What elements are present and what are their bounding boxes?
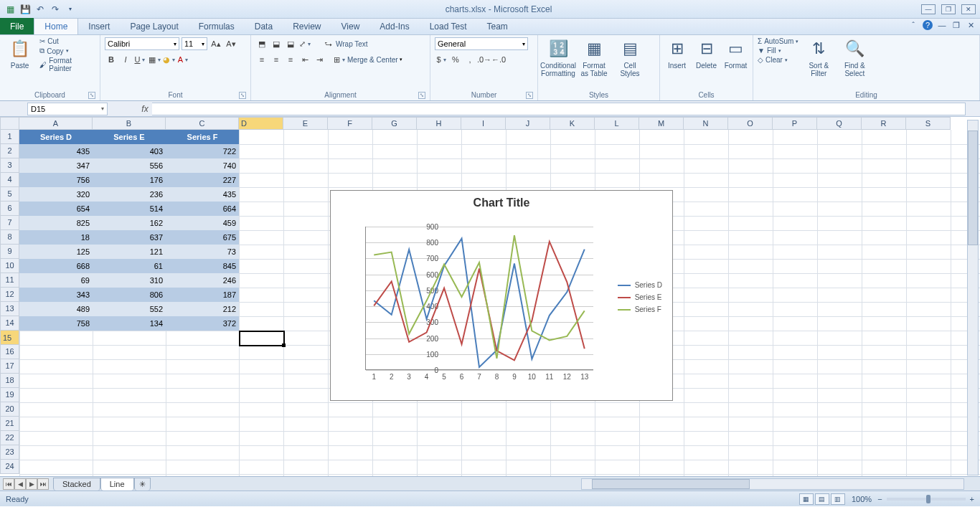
percent-format-icon[interactable]: % xyxy=(449,53,462,66)
redo-icon[interactable]: ↷ xyxy=(50,4,61,15)
increase-font-icon[interactable]: A▴ xyxy=(209,37,222,50)
column-header-H[interactable]: H xyxy=(417,117,461,130)
undo-icon[interactable]: ↶ xyxy=(34,4,46,15)
insert-cells-button[interactable]: ⊞Insert xyxy=(664,37,689,70)
row-header-9[interactable]: 9 xyxy=(0,245,19,259)
tab-team[interactable]: Team xyxy=(476,18,517,34)
cell[interactable]: 654 xyxy=(19,202,93,216)
sheet-nav-next-icon[interactable]: ▶ xyxy=(26,478,37,490)
cell[interactable]: 134 xyxy=(93,316,166,331)
cell[interactable]: 61 xyxy=(93,259,166,273)
row-header-5[interactable]: 5 xyxy=(0,187,19,202)
zoom-out-button[interactable]: − xyxy=(877,495,882,503)
row-header-13[interactable]: 13 xyxy=(0,302,19,316)
row-header-23[interactable]: 23 xyxy=(0,445,19,460)
doc-close-icon[interactable]: ✕ xyxy=(966,20,976,30)
autosum-button[interactable]: ΣAutoSum▾ xyxy=(758,37,798,45)
row-header-22[interactable]: 22 xyxy=(0,431,19,445)
column-header-C[interactable]: C xyxy=(166,117,239,130)
column-header-S[interactable]: S xyxy=(906,117,951,130)
normal-view-button[interactable]: ▦ xyxy=(799,493,814,505)
cell[interactable]: 236 xyxy=(93,187,166,202)
horizontal-scrollbar[interactable] xyxy=(581,478,964,490)
cell[interactable]: 845 xyxy=(166,259,239,273)
embedded-chart[interactable]: Chart Title 0100200300400500600700800900… xyxy=(330,190,673,401)
cell[interactable]: 246 xyxy=(166,273,239,288)
cell[interactable]: 227 xyxy=(166,173,239,187)
row-header-6[interactable]: 6 xyxy=(0,202,19,216)
cell[interactable]: 73 xyxy=(166,245,239,259)
restore-button[interactable]: ❐ xyxy=(941,4,956,14)
cell[interactable]: 435 xyxy=(166,187,239,202)
close-button[interactable]: ✕ xyxy=(961,4,976,14)
comma-format-icon[interactable]: , xyxy=(463,53,476,66)
alignment-dialog-icon[interactable]: ⤡ xyxy=(418,92,425,99)
sheet-nav-last-icon[interactable]: ⏭ xyxy=(37,478,49,490)
name-box[interactable]: D15▾ xyxy=(27,103,108,115)
format-cells-button[interactable]: ▭Format xyxy=(723,37,748,70)
tab-home[interactable]: Home xyxy=(34,18,78,34)
row-header-24[interactable]: 24 xyxy=(0,460,19,474)
tab-view[interactable]: View xyxy=(331,18,370,34)
row-header-2[interactable]: 2 xyxy=(0,144,19,158)
cell[interactable]: 320 xyxy=(19,187,93,202)
help-icon[interactable]: ? xyxy=(923,20,933,30)
row-header-8[interactable]: 8 xyxy=(0,230,19,245)
decrease-font-icon[interactable]: A▾ xyxy=(225,37,237,50)
column-header-R[interactable]: R xyxy=(862,117,906,130)
tab-addins[interactable]: Add-Ins xyxy=(369,18,419,34)
cell[interactable]: 372 xyxy=(166,316,239,331)
tab-loadtest[interactable]: Load Test xyxy=(420,18,477,34)
row-header-17[interactable]: 17 xyxy=(0,359,19,374)
tab-review[interactable]: Review xyxy=(283,18,331,34)
orientation-icon[interactable]: ⤢ xyxy=(298,37,311,50)
align-left-icon[interactable]: ≡ xyxy=(255,53,268,66)
column-header-M[interactable]: M xyxy=(639,117,684,130)
sheet-tab-stacked[interactable]: Stacked xyxy=(53,478,100,491)
row-header-16[interactable]: 16 xyxy=(0,345,19,359)
font-color-button[interactable]: A xyxy=(176,53,189,66)
borders-button[interactable]: ▦ xyxy=(148,53,161,66)
row-header-21[interactable]: 21 xyxy=(0,417,19,431)
column-header-N[interactable]: N xyxy=(684,117,728,130)
decrease-decimal-icon[interactable]: ←.0 xyxy=(492,53,505,66)
zoom-level[interactable]: 100% xyxy=(852,495,872,503)
sheet-tab-line[interactable]: Line xyxy=(100,478,134,491)
cell[interactable]: 459 xyxy=(166,216,239,230)
worksheet-grid[interactable]: ABCDEFGHIJKLMNOPQRS 12345678910111213141… xyxy=(0,117,980,476)
cell[interactable]: 514 xyxy=(93,202,166,216)
column-header-K[interactable]: K xyxy=(550,117,595,130)
row-header-1[interactable]: 1 xyxy=(0,130,19,144)
increase-indent-icon[interactable]: ⇥ xyxy=(313,53,326,66)
cell[interactable]: 187 xyxy=(166,288,239,302)
cell[interactable]: 675 xyxy=(166,230,239,245)
row-header-7[interactable]: 7 xyxy=(0,216,19,230)
cell[interactable]: 722 xyxy=(166,144,239,158)
conditional-formatting-button[interactable]: 🔢Conditional Formatting xyxy=(542,37,574,77)
paste-button[interactable]: 📋 Paste xyxy=(4,37,35,70)
minimize-button[interactable]: ― xyxy=(921,4,936,14)
copy-button[interactable]: ⧉Copy▾ xyxy=(39,47,95,55)
align-center-icon[interactable]: ≡ xyxy=(270,53,283,66)
clipboard-dialog-icon[interactable]: ⤡ xyxy=(88,92,95,99)
active-cell[interactable] xyxy=(239,331,285,346)
save-icon[interactable]: 💾 xyxy=(19,4,31,15)
increase-decimal-icon[interactable]: .0→ xyxy=(478,53,491,66)
formula-input[interactable] xyxy=(152,103,966,115)
column-header-D[interactable]: D xyxy=(239,117,283,130)
number-dialog-icon[interactable]: ⤡ xyxy=(526,92,533,99)
cell[interactable]: 310 xyxy=(93,273,166,288)
number-format-select[interactable]: General▾ xyxy=(435,37,528,50)
merge-center-button[interactable]: ⊞ xyxy=(333,53,346,66)
sheet-nav-first-icon[interactable]: ⏮ xyxy=(3,478,14,490)
font-name-select[interactable]: Calibri▾ xyxy=(105,37,179,50)
select-all-corner[interactable] xyxy=(0,117,19,130)
fx-icon[interactable]: fx xyxy=(138,104,152,114)
cell[interactable]: 212 xyxy=(166,302,239,316)
cell[interactable]: 806 xyxy=(93,288,166,302)
column-header-G[interactable]: G xyxy=(372,117,417,130)
align-middle-icon[interactable]: ⬓ xyxy=(270,37,283,50)
tab-insert[interactable]: Insert xyxy=(78,18,120,34)
tab-file[interactable]: File xyxy=(0,18,34,34)
cell[interactable]: 552 xyxy=(93,302,166,316)
